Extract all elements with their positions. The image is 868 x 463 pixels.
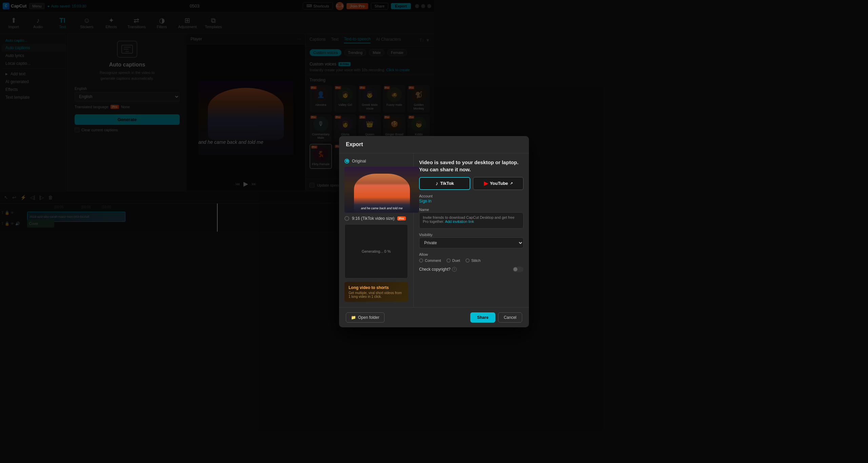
original-radio[interactable] [344,159,349,163]
name-label: Name [419,208,434,212]
invitation-text: Invite friends to download CapCut Deskto… [423,215,434,224]
modal-overlay: Export Original and he came back and tol… [0,0,434,232]
original-label: Original [352,159,366,163]
modal-body: Original and he came back and told me 9:… [339,153,434,232]
tiktok-pro-badge: Pro [397,216,406,220]
preview-text-overlay: and he came back and told me [344,207,419,210]
tiktok-platform-button[interactable]: ♪ TikTok [419,177,434,190]
video-preview: and he came back and told me [344,167,419,213]
export-modal: Export Original and he came back and tol… [339,136,434,232]
format-original[interactable]: Original [344,159,408,163]
preview-bg: and he came back and told me [344,167,419,213]
tiktok-preview: Generating... 0 % [344,224,408,232]
format-tiktok[interactable]: 9:16 (TikTok video size) Pro [344,216,408,221]
name-field[interactable]: Invite friends to download CapCut Deskto… [419,212,434,229]
platform-buttons: ♪ TikTok ▶ YouTube ↗ [419,177,434,190]
tiktok-radio[interactable] [344,216,349,221]
tiktok-size-label: 9:16 (TikTok video size) [352,216,395,221]
account-label: Account [419,194,434,198]
preview-scene: and he came back and told me [344,167,419,213]
modal-title: Export [339,136,434,153]
share-title: Video is saved to your desktop or laptop… [419,159,434,173]
account-section: Account Sign in [419,194,434,204]
name-section: Name Invite friends to download CapCut D… [419,208,434,229]
sign-in-link[interactable]: Sign in [419,199,432,204]
modal-left: Original and he came back and told me 9:… [339,153,414,232]
